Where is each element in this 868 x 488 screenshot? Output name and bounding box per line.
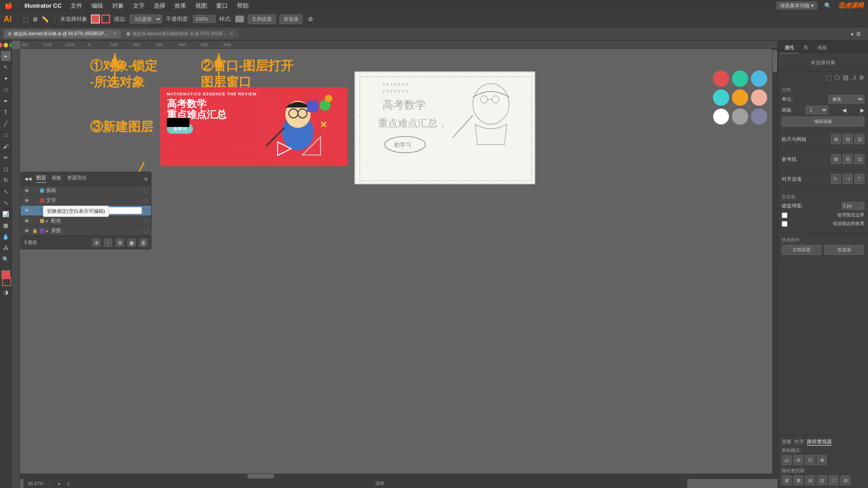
swatch-peach[interactable] xyxy=(751,89,767,106)
crop-btn[interactable]: ⊡ xyxy=(817,475,827,485)
search-icon[interactable]: 🔍 xyxy=(824,2,831,9)
tab-properties[interactable]: 属性 xyxy=(780,42,799,54)
toolbar-icon-1[interactable]: ⬚ xyxy=(23,16,28,23)
stroke-swatch[interactable] xyxy=(2,277,11,286)
preferences-btn[interactable]: 首选项 xyxy=(279,14,302,24)
menu-view[interactable]: 视图 xyxy=(195,2,207,10)
ruler-grid-btn-1[interactable]: ⊞ xyxy=(831,134,841,144)
keyboard-increment-input[interactable] xyxy=(842,202,864,210)
quick-doc-settings[interactable]: 文档设置 xyxy=(782,245,821,255)
blend-tool[interactable]: ⁂ xyxy=(1,243,11,253)
tab-library[interactable]: 库 xyxy=(799,42,813,54)
intersect-btn[interactable]: ⊓ xyxy=(805,455,815,465)
layer-lock-2[interactable] xyxy=(32,197,38,204)
lasso-tool[interactable]: ⬭ xyxy=(1,85,11,95)
delete-layer-btn[interactable]: 🗑 xyxy=(139,239,147,247)
unit-select[interactable]: 像素 xyxy=(828,95,864,103)
layer-circle-1[interactable] xyxy=(144,188,148,193)
menu-select[interactable]: 选择 xyxy=(154,2,165,10)
close-window-btn[interactable] xyxy=(0,43,2,47)
swatch-red[interactable] xyxy=(713,70,729,87)
layer-lock-3[interactable] xyxy=(32,207,38,214)
panel-icon-4[interactable]: 𝓐 xyxy=(851,74,856,81)
pen-tool[interactable]: ✒ xyxy=(1,96,11,106)
outline-btn[interactable]: □ xyxy=(829,475,839,485)
board-select[interactable]: 1 xyxy=(806,106,828,114)
menu-window[interactable]: 窗口 xyxy=(216,2,228,10)
doc-settings-btn[interactable]: 文档设置 xyxy=(248,14,276,24)
arrange-btn[interactable]: ▸ xyxy=(851,31,854,37)
layer-expand-4[interactable]: ▸ xyxy=(46,219,48,223)
swatch-cyan[interactable] xyxy=(713,89,729,106)
align-center-h[interactable]: ⊣ xyxy=(843,174,853,184)
layer-lock-4[interactable] xyxy=(32,218,38,224)
selection-tool[interactable]: ▸ xyxy=(1,51,11,61)
workspace-selector[interactable]: 传统基本功能 ▾ xyxy=(776,1,817,10)
layers-tab-boards[interactable]: 画板 xyxy=(52,174,61,183)
color-mode-toggle[interactable]: ◑ xyxy=(1,287,11,297)
arrange-icon[interactable]: ⚙ xyxy=(308,16,313,23)
divide-btn[interactable]: ⊞ xyxy=(782,475,792,485)
text-tool[interactable]: T xyxy=(1,108,11,117)
layers-panel-menu[interactable]: ≡ xyxy=(144,176,147,182)
panel-icon-1[interactable]: ⬚ xyxy=(826,74,832,81)
panel-icon-3[interactable]: ▤ xyxy=(843,74,849,81)
tab-2-close[interactable]: ✕ xyxy=(230,31,233,36)
layer-lock-1[interactable] xyxy=(32,188,38,194)
ruler-grid-btn-3[interactable]: ⊡ xyxy=(854,134,864,144)
apple-menu[interactable]: 🍎 xyxy=(5,2,13,10)
zoom-level[interactable]: 66.67% xyxy=(28,481,43,486)
rotate-tool[interactable]: ↻ xyxy=(1,175,11,185)
round-corners-checkbox[interactable] xyxy=(782,221,788,227)
swatch-teal[interactable] xyxy=(732,70,748,87)
gradient-tool[interactable]: ▦ xyxy=(1,221,11,230)
align-right[interactable]: ⊤ xyxy=(854,174,864,184)
ruler-grid-btn-2[interactable]: ⊟ xyxy=(843,134,853,144)
layer-row-2[interactable]: 👁 文字 xyxy=(21,196,151,206)
align-left[interactable]: ⊢ xyxy=(831,174,841,184)
layer-visibility-2[interactable]: 👁 xyxy=(24,197,30,204)
layer-visibility-3[interactable]: 👁 xyxy=(24,207,30,214)
zoom-tool[interactable]: 🔍 xyxy=(1,254,11,264)
merge-btn[interactable]: ⊟ xyxy=(805,475,815,485)
artboard-nav[interactable]: 1 xyxy=(67,481,70,486)
prev-board[interactable]: ◀ xyxy=(842,107,846,113)
menu-edit[interactable]: 编辑 xyxy=(91,2,103,10)
tab-2[interactable]: 插边风-banner演示稿的副本.ai @ 67% (RGB/GPU 推展) ✕ xyxy=(122,29,238,38)
opacity-input[interactable] xyxy=(193,15,216,23)
pencil-tool[interactable]: ✏ xyxy=(1,153,11,163)
layer-circle-3[interactable] xyxy=(144,208,148,213)
tab-1-close[interactable]: ✕ xyxy=(113,31,117,36)
edit-board-btn[interactable]: 编辑画板 xyxy=(782,117,864,127)
panel-icon-2[interactable]: ⬡ xyxy=(835,74,840,81)
layers-collapse[interactable]: ◀◀ xyxy=(24,176,32,181)
layer-circle-2[interactable] xyxy=(144,198,148,203)
layer-visibility-1[interactable]: 👁 xyxy=(24,188,30,194)
eraser-tool[interactable]: ◻ xyxy=(1,164,11,174)
toolbar-icon-3[interactable]: ✏️ xyxy=(42,16,49,23)
menu-effects[interactable]: 效果 xyxy=(175,2,186,10)
snap-bounds-checkbox[interactable] xyxy=(782,212,788,218)
swatch-gray[interactable] xyxy=(732,108,748,125)
minus-front-btn[interactable]: ⊖ xyxy=(793,455,803,465)
pathfinder-tab[interactable]: 路径查找器 xyxy=(807,438,832,446)
layers-tab-layers[interactable]: 图层 xyxy=(36,174,46,183)
menu-text[interactable]: 文字 xyxy=(133,2,145,10)
rectangle-tool[interactable]: □ xyxy=(1,130,11,140)
align-tab[interactable]: 对齐 xyxy=(794,438,804,446)
scrollbar-horizontal[interactable] xyxy=(20,474,778,479)
line-tool[interactable]: ╱ xyxy=(1,119,11,129)
fill-color[interactable] xyxy=(91,14,100,23)
layers-option-btn[interactable]: ⊞ xyxy=(116,239,124,247)
menu-help[interactable]: 帮助 xyxy=(237,2,249,10)
layer-row-5[interactable]: 👁 🔒 ▸ 原图 xyxy=(21,226,151,236)
panel-arrange[interactable]: ⊞ xyxy=(856,31,861,37)
tab-1[interactable]: 插边风-banner演示稿.ai @ 66.67% (RGB/GPU 预览) ✕ xyxy=(4,29,121,38)
menu-object[interactable]: 对象 xyxy=(112,2,124,10)
layers-option-btn-2[interactable]: ▣ xyxy=(127,239,136,247)
panel-icon-5[interactable]: ⊕ xyxy=(859,74,864,81)
move-layer-btn[interactable]: ↑ xyxy=(104,239,112,247)
guide-btn-2[interactable]: ⊟ xyxy=(843,154,853,164)
layer-row-4[interactable]: 👁 ▸ 配色 xyxy=(21,216,151,226)
swatch-lavender[interactable] xyxy=(751,108,767,125)
